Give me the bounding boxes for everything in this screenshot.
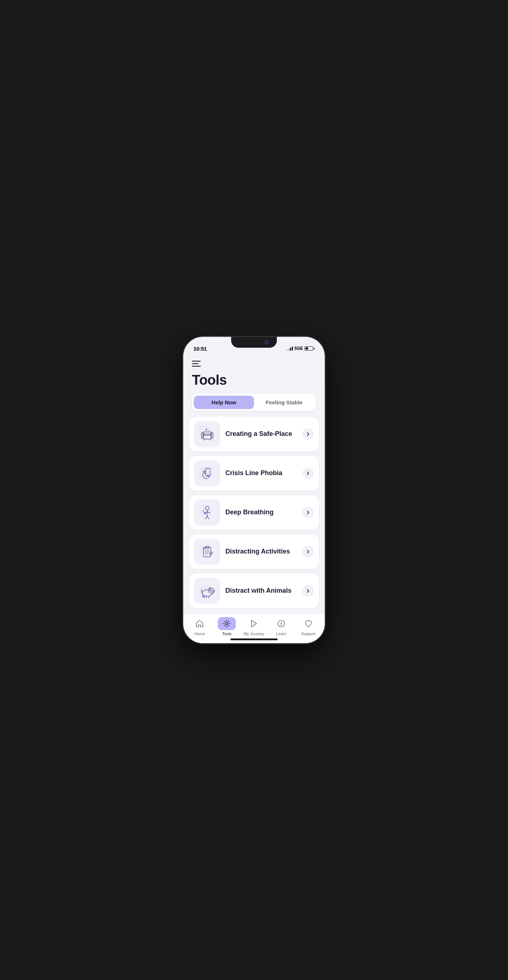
status-icons: 5GE (287, 346, 314, 351)
svg-point-16 (208, 476, 210, 478)
nav-icon-home (190, 617, 209, 630)
nav-icon-journey (245, 617, 263, 630)
nav-label-home: Home (194, 632, 205, 636)
chevron-distracting (302, 546, 314, 557)
signal-icon (287, 346, 293, 351)
page-header: Tools (183, 355, 325, 388)
svg-line-32 (204, 596, 204, 598)
svg-line-34 (209, 596, 209, 598)
tool-icon-crisis-line (194, 460, 220, 486)
tool-label-safe-place: Creating a Safe-Place (225, 430, 297, 438)
chevron-animals (302, 585, 314, 597)
status-time: 10:51 (194, 345, 207, 352)
tool-item-deep-breathing[interactable]: Deep Breathing (189, 495, 319, 530)
tools-list: Creating a Safe-Place (183, 417, 325, 613)
svg-point-36 (213, 591, 214, 592)
battery-fill (306, 347, 308, 350)
tool-item-safe-place[interactable]: Creating a Safe-Place (189, 417, 319, 452)
tab-feeling-stable[interactable]: Feeling Stable (254, 396, 314, 409)
chevron-crisis-line (302, 468, 314, 479)
notch (231, 337, 277, 348)
hamburger-line-2 (192, 363, 198, 364)
phone-frame: 10:51 5GE (183, 337, 325, 643)
tool-icon-distracting (194, 539, 220, 565)
nav-item-tools[interactable]: Tools (216, 617, 238, 636)
signal-bar-2 (289, 349, 290, 351)
front-camera (265, 340, 269, 344)
tool-icon-animals (194, 578, 220, 604)
svg-point-9 (209, 430, 210, 431)
svg-marker-39 (251, 620, 257, 627)
nav-label-support: Support (301, 632, 315, 636)
svg-point-35 (212, 590, 213, 591)
svg-point-27 (203, 548, 205, 549)
nav-icon-learn (272, 617, 290, 630)
nav-icon-support (299, 617, 318, 630)
tab-toggle: Help Now Feeling Stable (192, 394, 316, 411)
svg-point-1 (203, 429, 214, 441)
network-type: 5GE (294, 346, 303, 351)
hamburger-line-3 (192, 366, 201, 367)
nav-item-journey[interactable]: My Journey (243, 617, 265, 636)
nav-icon-tools (218, 617, 236, 630)
svg-point-15 (203, 471, 204, 473)
battery-body (305, 346, 313, 351)
tool-item-animals[interactable]: Distract with Animals (189, 573, 319, 608)
nav-label-tools: Tools (222, 632, 232, 636)
battery-tip (314, 348, 314, 350)
phone-screen: 10:51 5GE (183, 337, 325, 643)
svg-point-37 (202, 596, 204, 597)
tool-item-distracting[interactable]: Distracting Activities (189, 534, 319, 569)
tab-help-now[interactable]: Help Now (194, 396, 254, 409)
battery-icon (305, 346, 314, 351)
tool-label-crisis-line: Crisis Line Phobia (225, 469, 297, 477)
svg-point-14 (208, 469, 208, 470)
tool-icon-safe-place (194, 421, 220, 447)
nav-item-learn[interactable]: Learn (270, 617, 292, 636)
nav-item-home[interactable]: Home (189, 617, 210, 636)
svg-point-17 (198, 504, 211, 518)
signal-bar-1 (287, 350, 288, 351)
nav-item-support[interactable]: Support (298, 617, 319, 636)
signal-bar-3 (290, 348, 291, 351)
tool-label-deep-breathing: Deep Breathing (225, 509, 297, 517)
svg-point-19 (204, 512, 206, 514)
status-bar: 10:51 5GE (183, 337, 325, 355)
chevron-safe-place (302, 428, 314, 440)
app-content: Tools Help Now Feeling Stable (183, 355, 325, 643)
signal-bar-4 (292, 347, 293, 351)
svg-point-8 (206, 429, 207, 431)
menu-button[interactable] (192, 360, 202, 368)
tool-label-distracting: Distracting Activities (225, 548, 297, 556)
svg-rect-13 (207, 475, 209, 476)
tool-icon-deep-breathing (194, 500, 220, 525)
home-indicator (230, 638, 278, 640)
tool-item-crisis-line[interactable]: Crisis Line Phobia (189, 456, 319, 491)
svg-line-26 (211, 552, 213, 553)
page-title: Tools (192, 372, 316, 388)
nav-label-learn: Learn (276, 632, 286, 636)
tool-label-animals: Distract with Animals (225, 587, 297, 595)
chevron-deep-breathing (302, 507, 314, 518)
svg-point-38 (226, 622, 228, 625)
svg-line-33 (206, 596, 206, 598)
nav-label-journey: My Journey (244, 632, 265, 636)
hamburger-line-1 (192, 361, 201, 361)
